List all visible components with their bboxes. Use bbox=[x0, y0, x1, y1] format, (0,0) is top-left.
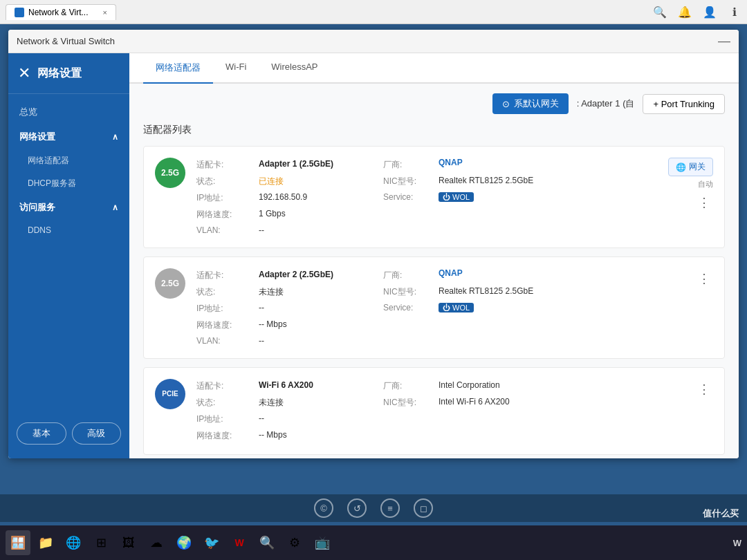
adapter-icon-text-3: PCIE bbox=[162, 390, 178, 398]
sidebar-item-ddns[interactable]: DDNS bbox=[8, 220, 129, 241]
value-ip-3: -- bbox=[259, 412, 383, 427]
watermark: 值什么买 bbox=[703, 507, 739, 520]
value-adapter-3: Wi-Fi 6 AX200 bbox=[259, 379, 383, 393]
label-status-2: 状态: bbox=[196, 285, 259, 299]
value-vlan-1: -- bbox=[259, 224, 383, 236]
app-window: Network & Virtual Switch — ✕ 网络设置 总览 网络设… bbox=[8, 30, 739, 458]
chevron-up-icon-2: ∧ bbox=[112, 203, 118, 212]
label-manufacturer-1: 厂商: bbox=[383, 158, 439, 172]
taskbar-search-icon[interactable]: 🔍 bbox=[255, 530, 279, 555]
sidebar-adapter-label: 网络适配器 bbox=[28, 156, 69, 165]
taskbar-start-icon[interactable]: 🪟 bbox=[6, 530, 30, 555]
taskbar-bird-icon[interactable]: 🐦 bbox=[199, 530, 224, 555]
taskbar-cloud-icon[interactable]: ☁ bbox=[144, 530, 169, 555]
taskbar-settings-icon[interactable]: ⚙ bbox=[282, 530, 307, 555]
manufacturer-name-1: QNAP bbox=[439, 158, 577, 167]
browser-chrome: Network & Virt... × 🔍 🔔 👤 ℹ bbox=[0, 0, 747, 24]
label-ip-1: IP地址: bbox=[196, 191, 259, 205]
browser-tab[interactable]: Network & Virt... × bbox=[6, 4, 116, 20]
more-btn-1[interactable]: ⋮ bbox=[695, 192, 713, 213]
taskbar-brand: W bbox=[733, 538, 741, 548]
value-vlan-2: -- bbox=[259, 335, 383, 347]
circle-icon-3[interactable]: ≡ bbox=[380, 498, 400, 518]
search-icon[interactable]: 🔍 bbox=[653, 5, 667, 19]
user-icon[interactable]: 👤 bbox=[703, 5, 717, 19]
tab-label: Network & Virt... bbox=[28, 8, 88, 17]
tab-wifi[interactable]: Wi-Fi bbox=[213, 53, 259, 84]
app-titlebar: Network & Virtual Switch — bbox=[8, 30, 739, 53]
label-speed-1: 网络速度: bbox=[196, 207, 259, 222]
circle-icon-1[interactable]: © bbox=[314, 498, 333, 518]
adapter-icon-text-1: 2.5G bbox=[161, 168, 179, 178]
more-btn-3[interactable]: ⋮ bbox=[695, 379, 713, 400]
label-service-2: Service: bbox=[383, 301, 439, 316]
sidebar-item-adapter[interactable]: 网络适配器 bbox=[8, 149, 129, 172]
adapter-icon-text-2: 2.5G bbox=[161, 279, 179, 288]
value-ip-1: 192.168.50.9 bbox=[259, 191, 383, 205]
taskbar-files-icon[interactable]: 📁 bbox=[33, 530, 58, 555]
circle-icon-4[interactable]: ◻ bbox=[414, 498, 433, 518]
sidebar-item-access-services[interactable]: 访问服务 ∧ bbox=[8, 195, 129, 220]
sidebar-item-overview[interactable]: 总览 bbox=[8, 100, 129, 124]
advanced-btn[interactable]: 高级 bbox=[72, 422, 122, 445]
basic-btn[interactable]: 基本 bbox=[17, 422, 66, 445]
circle-icon-2[interactable]: ↺ bbox=[347, 498, 367, 518]
sidebar-dhcp-label: DHCP服务器 bbox=[28, 178, 76, 188]
sidebar-nav: 总览 网络设置 ∧ 网络适配器 DHCP服务器 访问服务 ∧ DDNS bbox=[8, 94, 129, 416]
label-adapter-1: 适配卡: bbox=[196, 158, 259, 172]
label-status-1: 状态: bbox=[196, 174, 259, 189]
label-adapter-2: 适配卡: bbox=[196, 268, 259, 283]
gateway-value: : Adapter 1 (自 bbox=[577, 97, 635, 110]
value-speed-1: 1 Gbps bbox=[259, 207, 383, 222]
label-ip-2: IP地址: bbox=[196, 301, 259, 316]
adapter-2-left: 适配卡: Adapter 2 (2.5GbE) 厂商: QNAP 状态: 未连接… bbox=[196, 268, 647, 347]
adapter-actions-3: ⋮ bbox=[658, 379, 713, 400]
label-nictype-3: NIC型号: bbox=[383, 395, 439, 410]
bottom-icons-row: © ↺ ≡ ◻ bbox=[0, 494, 747, 522]
manufacturer-section-1: QNAP bbox=[439, 158, 577, 172]
sidebar-network-settings-label: 网络设置 bbox=[19, 131, 55, 143]
minimize-btn[interactable]: — bbox=[718, 34, 730, 48]
adapter-card-1: 2.5G 适配卡: Adapter 1 (2.5GbE) 厂商: QNAP 状态… bbox=[143, 146, 725, 248]
gateway-tag-1: 🌐 网关 bbox=[668, 158, 713, 176]
adapter-card-3: PCIE 适配卡: Wi-Fi 6 AX200 厂商: Intel Corpor… bbox=[143, 367, 725, 455]
app-body: ✕ 网络设置 总览 网络设置 ∧ 网络适配器 DHCP服务器 访问服务 bbox=[8, 53, 739, 458]
more-btn-2[interactable]: ⋮ bbox=[695, 268, 713, 289]
gateway-tag-label: 网关 bbox=[689, 161, 706, 173]
tab-close-btn[interactable]: × bbox=[103, 8, 107, 17]
tab-network-adapter[interactable]: 网络适配器 bbox=[143, 53, 213, 84]
tab-wirelessap[interactable]: WirelessAP bbox=[259, 53, 330, 84]
default-gateway-label: 系默认网关 bbox=[514, 97, 559, 110]
content-area: ⊙ 系默认网关 : Adapter 1 (自 + Port Trunking 适… bbox=[129, 84, 739, 458]
sidebar-ddns-label: DDNS bbox=[28, 225, 51, 235]
taskbar-monitor-icon[interactable]: 📺 bbox=[310, 530, 335, 555]
tab-icon bbox=[15, 8, 24, 17]
port-trunking-btn[interactable]: + Port Trunking bbox=[643, 94, 725, 114]
taskbar-word-icon[interactable]: W bbox=[227, 530, 252, 555]
adapter-3-left: 适配卡: Wi-Fi 6 AX200 厂商: Intel Corporation… bbox=[196, 379, 647, 443]
main-content: 网络适配器 Wi-Fi WirelessAP ⊙ 系默认网关 : Adapter… bbox=[129, 53, 739, 458]
taskbar-photos-icon[interactable]: 🖼 bbox=[116, 530, 141, 555]
sidebar-item-dhcp[interactable]: DHCP服务器 bbox=[8, 172, 129, 195]
value-nictype-2: Realtek RTL8125 2.5GbE bbox=[439, 285, 577, 299]
adapter-icon-1: 2.5G bbox=[155, 158, 185, 188]
info-icon[interactable]: ℹ bbox=[728, 5, 741, 19]
value-nictype-1: Realtek RTL8125 2.5GbE bbox=[439, 174, 577, 189]
value-status-2: 未连接 bbox=[259, 285, 383, 299]
app-header-icon: ✕ bbox=[18, 64, 30, 82]
top-bar: ⊙ 系默认网关 : Adapter 1 (自 + Port Trunking bbox=[143, 93, 725, 114]
notification-icon[interactable]: 🔔 bbox=[678, 5, 692, 19]
taskbar-appstore-icon[interactable]: ⊞ bbox=[89, 530, 113, 555]
label-manufacturer-3: 厂商: bbox=[383, 379, 439, 393]
sidebar-item-network-settings[interactable]: 网络设置 ∧ bbox=[8, 124, 129, 149]
label-service-1: Service: bbox=[383, 191, 439, 205]
taskbar-browser-icon[interactable]: 🌐 bbox=[61, 530, 86, 555]
taskbar-earth-icon[interactable]: 🌍 bbox=[172, 530, 196, 555]
taskbar: 🪟 📁 🌐 ⊞ 🖼 ☁ 🌍 🐦 W 🔍 ⚙ 📺 W bbox=[0, 525, 747, 560]
default-gateway-btn[interactable]: ⊙ 系默认网关 bbox=[492, 93, 569, 114]
sidebar-footer: 基本 高级 bbox=[8, 416, 129, 451]
label-ip-3: IP地址: bbox=[196, 412, 259, 427]
adapter-1-left: 适配卡: Adapter 1 (2.5GbE) 厂商: QNAP 状态: 已连接… bbox=[196, 158, 647, 236]
label-manufacturer-2: 厂商: bbox=[383, 268, 439, 283]
wol-icon-1: ⏻ bbox=[443, 193, 450, 201]
